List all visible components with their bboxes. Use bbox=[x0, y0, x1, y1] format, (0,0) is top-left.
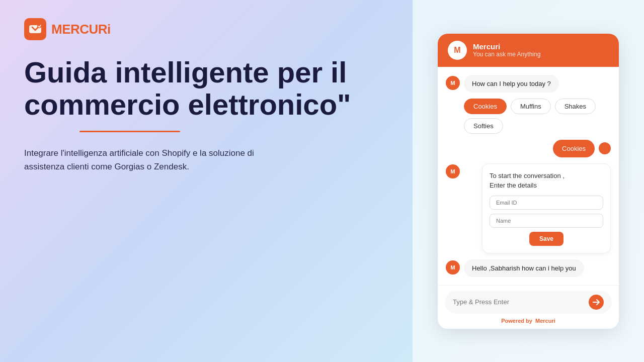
qr-shakes[interactable]: Shakes bbox=[555, 99, 596, 114]
bot-avatar-hello: M bbox=[446, 260, 460, 275]
send-button[interactable] bbox=[589, 295, 604, 310]
powered-label: Powered by bbox=[501, 318, 532, 324]
input-row bbox=[445, 291, 612, 314]
send-icon bbox=[593, 299, 600, 306]
main-heading: Guida intelligente per il commercio elet… bbox=[24, 56, 388, 121]
welcome-bubble: How can I help you today ? bbox=[464, 75, 559, 93]
right-panel: M Mercuri You can ask me Anything M How … bbox=[413, 0, 644, 362]
chat-input[interactable] bbox=[453, 298, 585, 306]
logo-accent-text: i bbox=[107, 22, 111, 37]
user-bubble: Cookies bbox=[553, 140, 595, 157]
email-field[interactable] bbox=[490, 196, 603, 210]
powered-brand: Mercuri bbox=[535, 318, 555, 324]
qr-cookies[interactable]: Cookies bbox=[464, 99, 507, 114]
chat-header-subtitle: You can ask me Anything bbox=[473, 51, 540, 58]
chat-header-avatar: M bbox=[448, 41, 467, 60]
left-panel: MERCURi Guida intelligente per il commer… bbox=[0, 0, 413, 362]
quick-replies: Cookies Muffins Shakes Softies bbox=[464, 99, 611, 134]
chat-header: M Mercuri You can ask me Anything bbox=[438, 34, 619, 67]
qr-muffins[interactable]: Muffins bbox=[511, 99, 551, 114]
logo-text: MERCURi bbox=[51, 22, 111, 37]
hello-message-row: M Hello ,Sabharish how can i help you bbox=[446, 259, 611, 277]
powered-by: Powered by Mercuri bbox=[445, 318, 612, 324]
bot-avatar-welcome: M bbox=[446, 76, 460, 90]
chat-header-name: Mercuri bbox=[473, 42, 540, 51]
user-message-row: Cookies bbox=[446, 140, 611, 157]
save-button[interactable]: Save bbox=[529, 232, 564, 246]
chat-widget: M Mercuri You can ask me Anything M How … bbox=[438, 34, 619, 329]
logo-icon bbox=[24, 18, 46, 40]
chat-header-info: Mercuri You can ask me Anything bbox=[473, 42, 540, 58]
name-field[interactable] bbox=[490, 214, 603, 228]
welcome-message-row: M How can I help you today ? bbox=[446, 75, 611, 93]
form-text: To start the conversation , Enter the de… bbox=[490, 171, 603, 191]
user-dot bbox=[599, 142, 611, 154]
chat-footer: Powered by Mercuri bbox=[438, 285, 619, 329]
form-card: To start the conversation , Enter the de… bbox=[482, 163, 611, 253]
qr-softies[interactable]: Softies bbox=[464, 118, 503, 134]
bot-avatar-form: M bbox=[446, 164, 460, 178]
logo-main-text: MERCUR bbox=[51, 22, 107, 37]
sub-text: Integrare l'intelligenza artificiale con… bbox=[24, 146, 256, 173]
divider-line bbox=[79, 131, 180, 132]
hello-bubble: Hello ,Sabharish how can i help you bbox=[464, 259, 584, 277]
logo-area: MERCURi bbox=[24, 18, 388, 40]
form-message-row: M To start the conversation , Enter the … bbox=[446, 163, 611, 253]
chat-body: M How can I help you today ? Cookies Muf… bbox=[438, 67, 619, 285]
